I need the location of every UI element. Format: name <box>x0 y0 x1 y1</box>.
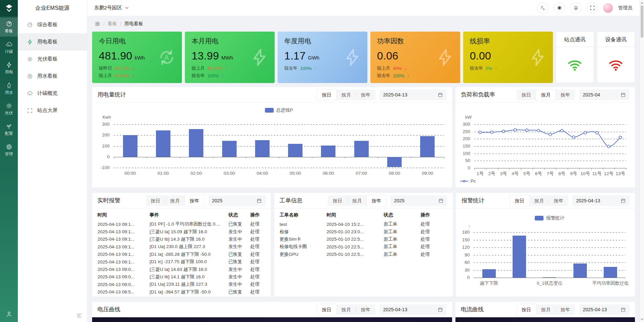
date-picker[interactable]: 2025-04-13 <box>579 304 630 315</box>
action-link[interactable]: 处理 <box>250 228 266 235</box>
fullscreen-icon[interactable] <box>587 2 598 14</box>
bar-01:00[interactable] <box>156 130 170 157</box>
sidebar-collapse-icon[interactable] <box>18 313 87 322</box>
tab-按年[interactable]: 按年 <box>356 89 375 100</box>
action-link[interactable]: 处理 <box>250 288 266 296</box>
translate-icon[interactable]: 文A <box>537 2 549 14</box>
data-point-3号[interactable] <box>502 130 505 133</box>
bar-越下下限[interactable] <box>482 269 496 278</box>
tab-按月[interactable]: 按月 <box>529 195 549 206</box>
bar-idx1[interactable] <box>513 236 526 278</box>
action-link[interactable]: 处理 <box>420 236 447 243</box>
sidebar-item-overview-board[interactable]: 综合看板 <box>18 16 87 33</box>
bar-04:00[interactable] <box>255 140 270 157</box>
rail-item-carbon[interactable]: co₂计碳 <box>0 38 18 57</box>
bar-平均功率因数过低[interactable] <box>604 267 617 278</box>
rail-item-solar[interactable]: 光伏 <box>0 99 18 119</box>
scrollbar-thumb[interactable] <box>641 5 643 38</box>
sidebar-item-electricity-board[interactable]: 用电看板 <box>18 33 87 50</box>
tab-按月[interactable]: 按月 <box>536 304 556 315</box>
data-point-4号[interactable] <box>514 128 517 131</box>
bar-06:00[interactable] <box>321 146 335 157</box>
bar-08:00[interactable] <box>387 157 402 167</box>
action-link[interactable]: 处理 <box>420 228 447 235</box>
data-point-7号[interactable] <box>549 133 552 136</box>
data-point-6号[interactable] <box>537 129 540 132</box>
grid-icon[interactable] <box>95 21 100 27</box>
action-link[interactable]: 处理 <box>250 273 266 281</box>
tab-按日[interactable]: 按日 <box>328 195 347 206</box>
chart-legend[interactable]: 报警统计 <box>535 215 564 221</box>
action-link[interactable]: 处理 <box>250 281 266 288</box>
sidebar-item-carbon-overview[interactable]: 计碳概览 <box>18 85 87 102</box>
action-link[interactable]: 处理 <box>420 243 447 250</box>
action-link[interactable]: 处理 <box>250 251 266 258</box>
date-picker[interactable]: 2025-04-13 <box>572 195 630 206</box>
rail-item-water[interactable]: 用水 <box>0 79 18 98</box>
tab-按年[interactable]: 按年 <box>185 195 204 206</box>
rail-item-dashboard[interactable]: 看板 <box>0 17 18 37</box>
date-picker[interactable]: 2025-04 <box>579 89 630 100</box>
tab-按日[interactable]: 按日 <box>510 195 529 206</box>
app-logo-icon[interactable] <box>0 0 18 16</box>
bar-00:00[interactable] <box>123 135 137 157</box>
action-link[interactable]: 处理 <box>250 220 266 228</box>
bar-0_1状态变位[interactable] <box>543 277 556 278</box>
user-avatar[interactable] <box>603 3 613 13</box>
action-link[interactable]: 处理 <box>250 258 266 266</box>
rail-item-admin[interactable]: 管理 <box>0 140 18 160</box>
vertical-scrollbar[interactable] <box>640 0 644 322</box>
park-selector[interactable]: 东鹏2号园区 <box>94 5 129 11</box>
tab-按月[interactable]: 按月 <box>347 195 367 206</box>
action-link[interactable]: 处理 <box>420 251 447 258</box>
tab-按月[interactable]: 按月 <box>336 89 356 100</box>
tab-按年[interactable]: 按年 <box>549 195 568 206</box>
tab-按日[interactable]: 按日 <box>317 304 336 315</box>
action-link[interactable]: 处理 <box>250 266 266 273</box>
bar-07:00[interactable] <box>354 141 369 157</box>
tab-按日[interactable]: 按日 <box>146 195 165 206</box>
data-point-13号[interactable] <box>619 136 622 139</box>
rail-item-config[interactable]: 配置 <box>0 120 18 139</box>
bar-idx3[interactable] <box>573 264 587 278</box>
tab-按月[interactable]: 按月 <box>336 304 356 315</box>
theme-icon[interactable] <box>554 2 565 14</box>
tab-按日[interactable]: 按日 <box>517 89 536 100</box>
scroll-down-icon[interactable] <box>640 317 644 322</box>
tab-按年[interactable]: 按年 <box>356 304 375 315</box>
rail-item-electricity[interactable]: 用电 <box>0 58 18 78</box>
rail-user-icon[interactable] <box>0 307 18 322</box>
tab-按日[interactable]: 按日 <box>317 89 336 100</box>
bar-03:00[interactable] <box>222 141 237 157</box>
action-link[interactable]: 处理 <box>420 220 447 228</box>
tab-按月[interactable]: 按月 <box>536 89 556 100</box>
data-point-5号[interactable] <box>526 129 528 131</box>
tab-按年[interactable]: 按年 <box>556 304 575 315</box>
breadcrumb-item[interactable]: 看板 <box>108 21 117 27</box>
data-point-8号[interactable] <box>561 129 563 132</box>
data-point-1号[interactable] <box>479 131 481 134</box>
chart-legend[interactable]: Pc <box>460 178 476 184</box>
data-point-10号[interactable] <box>584 131 587 134</box>
data-point-2号[interactable] <box>490 131 493 133</box>
date-picker[interactable]: 2025 <box>208 195 266 206</box>
date-picker[interactable]: 2025-04-13 <box>379 304 447 315</box>
action-link[interactable]: 处理 <box>250 243 266 250</box>
data-point-9号[interactable] <box>572 136 575 138</box>
scroll-up-icon[interactable] <box>640 0 644 5</box>
data-point-12号[interactable] <box>607 145 610 148</box>
tab-按日[interactable]: 按日 <box>517 304 536 315</box>
bar-09:00[interactable] <box>420 136 435 157</box>
chart-legend[interactable]: 总进线P <box>265 107 293 113</box>
bell-icon[interactable] <box>570 2 581 14</box>
sidebar-item-solar-board[interactable]: 光伏看板 <box>18 50 87 68</box>
tab-按年[interactable]: 按年 <box>556 89 575 100</box>
date-picker[interactable]: 2025-04-13 <box>379 89 447 100</box>
sidebar-item-water-board[interactable]: 用水看板 <box>18 68 87 85</box>
date-picker[interactable]: 2025 <box>390 195 447 206</box>
tab-按月[interactable]: 按月 <box>165 195 185 206</box>
bar-02:00[interactable] <box>189 129 203 157</box>
bar-05:00[interactable] <box>288 144 303 157</box>
data-point-11号[interactable] <box>596 131 598 134</box>
sidebar-item-site-bigscreen[interactable]: 站点大屏 <box>18 102 87 119</box>
